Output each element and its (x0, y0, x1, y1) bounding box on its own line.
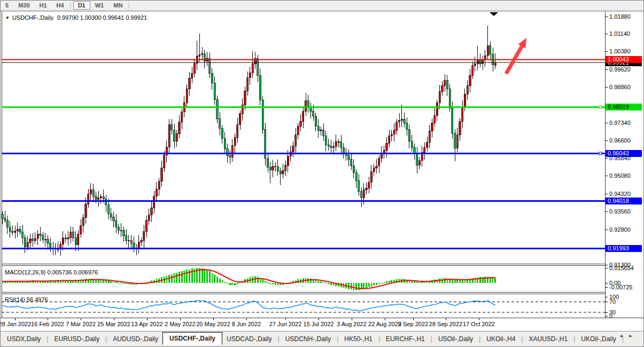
chart-tab-hk50-h1[interactable]: HK50-,H1 (343, 334, 374, 344)
date-tick-mark (285, 318, 286, 320)
indicator-tick-label: 70 (609, 298, 616, 305)
rsi-indicator-label: RSI(14) 56.4976 (5, 296, 48, 303)
symbol-tab-bar: USDX,Daily|EURUSD-,Daily|AUDUSD-,DailyUS… (1, 331, 644, 346)
price-tick-label: 0.96600 (609, 137, 631, 144)
date-tick-mark (81, 318, 81, 320)
tab-separator: | (431, 335, 432, 343)
indicator-tick-mark (605, 302, 608, 302)
chart-tab-usdx-daily[interactable]: USDX,Daily (6, 334, 42, 344)
ohlc-values: 0.99790 1.00300 0.99641 0.99921 (57, 14, 147, 21)
tab-separator: | (573, 335, 575, 343)
price-tick-label: 0.97340 (609, 120, 631, 126)
price-badge-0.98019: 0.98019 (606, 104, 642, 111)
date-tick-mark (213, 318, 214, 320)
indicator-tick-mark (605, 287, 608, 288)
price-tick-mark (605, 230, 608, 230)
price-tick-label: 1.00380 (609, 48, 631, 54)
chart-tab-eurchf-h1[interactable]: EURCHF-,H1 (385, 334, 426, 344)
indicator-tick-mark (605, 268, 608, 269)
price-tick-mark (605, 158, 608, 159)
price-tick-mark (605, 69, 608, 70)
chart-tab-usdchf-daily[interactable]: USDCHF-,Daily (162, 332, 222, 345)
chart-tab-usdcnh-daily[interactable]: USDCNH-,Daily (284, 334, 332, 344)
date-tick-mark (413, 318, 414, 320)
main-chart-canvas[interactable] (1, 1, 644, 347)
symbol-label: USDCHF-,Daily (12, 14, 53, 21)
price-tick-mark (605, 194, 608, 194)
chart-tab-eurusd-daily[interactable]: EURUSD-,Daily (53, 334, 100, 344)
price-tick-mark (605, 211, 608, 212)
chart-shift-marker-icon (490, 12, 498, 16)
tab-separator: | (278, 335, 280, 343)
date-tick-mark (48, 318, 48, 320)
tab-separator: | (378, 335, 380, 343)
date-tick-mark (479, 318, 479, 320)
price-tick-label: 1.01880 (609, 13, 631, 20)
date-tick-mark (246, 318, 247, 320)
chart-tab-xauusd-h1[interactable]: XAUUSD-,H1 (528, 334, 569, 344)
date-tick-mark (114, 318, 114, 320)
date-tick-mark (15, 318, 15, 320)
date-tick-mark (385, 318, 385, 320)
price-tick-label: 1.01140 (609, 30, 630, 37)
price-tick-mark (605, 51, 608, 52)
price-badge-0.96043: 0.96043 (606, 150, 642, 157)
price-tick-mark (605, 265, 608, 265)
date-tick-mark (446, 318, 446, 320)
date-tick-mark (319, 318, 319, 320)
indicator-tick-mark (605, 316, 608, 317)
price-tick-label: 0.94320 (609, 191, 631, 197)
tab-separator: | (479, 335, 480, 343)
chart-tab-ukoil-h4[interactable]: UKOil-,H4 (485, 334, 516, 344)
price-tick-mark (605, 17, 608, 17)
hline-handle-0.98019[interactable] (599, 106, 602, 108)
indicator-tick-mark (605, 312, 608, 313)
trend-arrow-annotation[interactable] (506, 38, 526, 74)
date-tick-mark (352, 318, 352, 320)
date-tick-label: 17 Oct 2022 (455, 321, 503, 327)
chart-tab-ukoil-daily[interactable]: UKOil-,Daily (580, 334, 617, 344)
chart-dropdown-icon[interactable]: ▼ (5, 15, 10, 20)
price-tick-label: 0.95080 (609, 172, 631, 179)
macd-indicator-label: MACD(12,26,9) 0.005736 0.006976 (5, 269, 98, 275)
price-tick-label: 0.99620 (609, 66, 631, 73)
tab-scroll-arrows[interactable]: ◄► (619, 334, 638, 338)
price-tick-mark (605, 87, 608, 88)
indicator-tick-mark (605, 283, 608, 283)
indicator-tick-label: 0 (609, 313, 612, 319)
price-tick-mark (605, 176, 608, 176)
chart-tab-audusd-daily[interactable]: AUDUSD-,Daily (112, 334, 159, 344)
indicator-tick-label: 0.015654 (609, 265, 634, 271)
price-tick-mark (605, 34, 608, 34)
indicator-tick-label: -0.00725 (609, 284, 632, 290)
price-tick-mark (605, 140, 608, 141)
chart-tab-usdcad-daily[interactable]: USDCAD-,Daily (226, 334, 273, 344)
price-badge-0.94018: 0.94018 (606, 198, 642, 204)
chart-tab-usoil-daily[interactable]: USOil-,Daily (437, 334, 474, 344)
price-tick-label: 0.93560 (609, 208, 631, 215)
tab-separator: | (337, 335, 338, 343)
price-tick-mark (605, 123, 608, 123)
hline-handle-0.96043[interactable] (599, 152, 602, 155)
price-tick-label: 0.92800 (609, 226, 631, 233)
date-tick-mark (180, 318, 181, 320)
date-tick-mark (147, 318, 148, 320)
chart-title: ▼USDCHF-,Daily0.99790 1.00300 0.99641 0.… (5, 14, 147, 21)
tab-separator: | (105, 335, 107, 343)
mt4-chart-window: 5M30H1H4D1W1MN ▼USDCHF-,Daily0.99790 1.0… (0, 0, 644, 347)
price-badge-0.91993: 0.91993 (606, 245, 642, 252)
price-tick-label: 0.98860 (609, 84, 631, 90)
tab-separator: | (46, 335, 48, 343)
price-badge-1.00043: 1.00043 (606, 56, 642, 63)
indicator-tick-mark (605, 297, 608, 297)
tab-separator: | (521, 335, 523, 343)
